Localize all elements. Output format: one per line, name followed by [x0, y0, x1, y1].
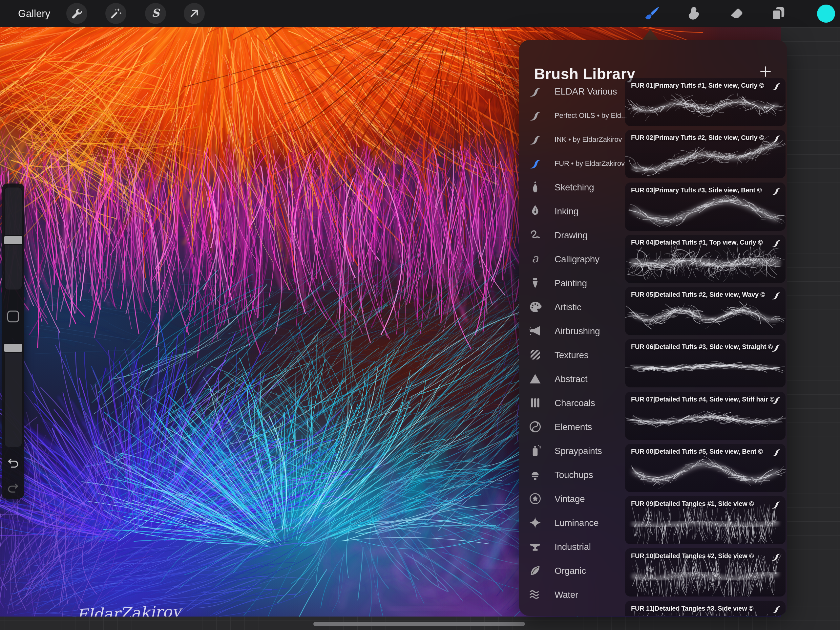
horizontal-scrollbar[interactable] — [313, 622, 525, 626]
category-item-fur-by-eldarzakirov[interactable]: FUR • by EldarZakirov — [519, 151, 625, 175]
category-item-inking[interactable]: Inking — [519, 199, 625, 223]
brush-name: FUR 08|Detailed Tufts #5, Side view, Ben… — [631, 448, 763, 455]
undo-button[interactable] — [6, 456, 21, 469]
category-label: Painting — [554, 271, 587, 295]
category-label: INK • by EldarZakirov — [554, 127, 622, 151]
stroke-icon — [771, 290, 782, 299]
brush-name: FUR 03|Primary Tufts #3, Side view, Bent… — [631, 187, 762, 194]
transform-button[interactable] — [184, 3, 205, 24]
opacity-slider[interactable] — [4, 343, 22, 447]
category-item-water[interactable]: Water — [519, 583, 625, 607]
spraycan-icon — [528, 444, 542, 457]
brush-name: FUR 10|Detailed Tangles #2, Side view © — [631, 552, 754, 560]
pencil-icon — [528, 180, 542, 194]
category-item-organic[interactable]: Organic — [519, 559, 625, 583]
brush-name: FUR 06|Detailed Tufts #3, Side view, Str… — [631, 343, 773, 351]
star-badge-icon — [528, 492, 542, 506]
category-label: Calligraphy — [554, 247, 600, 271]
smudge-icon — [686, 5, 703, 22]
category-item-painting[interactable]: Painting — [519, 271, 625, 295]
redo-button[interactable] — [6, 481, 21, 494]
brush-item-1[interactable]: FUR 01|Primary Tufts #1, Side view, Curl… — [625, 78, 786, 126]
category-label: Spraypaints — [554, 439, 602, 463]
brush-item-6[interactable]: FUR 06|Detailed Tufts #3, Side view, Str… — [625, 339, 786, 388]
brush-name: FUR 09|Detailed Tangles #1, Side view © — [631, 500, 754, 508]
category-item-spraypaints[interactable]: Spraypaints — [519, 439, 625, 463]
category-item-sketching[interactable]: Sketching — [519, 175, 625, 199]
category-item-abstract[interactable]: Abstract — [519, 367, 625, 391]
layers-icon — [770, 5, 787, 22]
category-item-calligraphy[interactable]: aCalligraphy — [519, 247, 625, 271]
category-label: Abstract — [554, 367, 587, 391]
stroke-icon — [528, 132, 542, 146]
triangle-icon — [528, 372, 542, 386]
adjustments-button[interactable] — [105, 3, 126, 24]
category-label: ELDAR Various — [554, 79, 617, 103]
category-item-charcoals[interactable]: Charcoals — [519, 391, 625, 415]
category-item-artistic[interactable]: Artistic — [519, 295, 625, 319]
brush-item-4[interactable]: FUR 04|Detailed Tufts #1, Top view, Curl… — [625, 235, 786, 283]
category-item-vintage[interactable]: Vintage — [519, 487, 625, 511]
modify-button[interactable] — [7, 310, 19, 322]
category-label: Sketching — [554, 175, 594, 199]
category-item-eldar-various[interactable]: ELDAR Various — [519, 79, 625, 103]
layers-tool-button[interactable] — [770, 5, 787, 22]
side-toolbar — [2, 184, 24, 499]
brush-item-9[interactable]: FUR 09|Detailed Tangles #1, Side view © — [625, 496, 786, 544]
element-icon — [528, 420, 542, 434]
brush-item-11[interactable]: FUR 11|Detailed Tangles #3, Side view © — [625, 601, 786, 616]
brush-item-8[interactable]: FUR 08|Detailed Tufts #5, Side view, Ben… — [625, 444, 786, 492]
erase-tool-button[interactable] — [728, 5, 745, 22]
brush-list: FUR 01|Primary Tufts #1, Side view, Curl… — [625, 40, 787, 616]
paintbrush-icon — [528, 276, 542, 290]
stroke-icon — [528, 108, 542, 122]
brush-item-5[interactable]: FUR 05|Detailed Tufts #2, Side view, Wav… — [625, 287, 786, 335]
selection-s-icon: S — [149, 7, 162, 20]
gallery-button[interactable]: Gallery — [18, 0, 50, 27]
brush-item-10[interactable]: FUR 10|Detailed Tangles #2, Side view © — [625, 548, 786, 597]
category-label: Vintage — [554, 487, 585, 511]
brush-name: FUR 01|Primary Tufts #1, Side view, Curl… — [631, 82, 764, 89]
stroke-icon — [771, 342, 782, 351]
selection-button[interactable]: S — [145, 3, 166, 24]
category-label: Touchups — [554, 463, 593, 487]
airbrush-icon — [528, 324, 542, 338]
stroke-icon — [771, 551, 782, 560]
category-item-luminance[interactable]: Luminance — [519, 511, 625, 535]
category-item-touchups[interactable]: Touchups — [519, 463, 625, 487]
wrench-icon — [70, 7, 83, 20]
stroke-icon — [771, 237, 782, 247]
category-label: Elements — [554, 415, 592, 439]
category-item-elements[interactable]: Elements — [519, 415, 625, 439]
category-item-perfect-oils-by-eld[interactable]: Perfect OILS • by Eld... — [519, 103, 625, 127]
wand-icon — [109, 7, 122, 20]
actions-button[interactable] — [66, 3, 87, 24]
smudge-tool-button[interactable] — [686, 5, 703, 22]
opacity-handle[interactable] — [3, 343, 23, 353]
category-label: Water — [554, 583, 578, 607]
eraser-icon — [728, 5, 745, 22]
brush-name: FUR 04|Detailed Tufts #1, Top view, Curl… — [631, 239, 763, 246]
color-swatch[interactable] — [817, 5, 835, 23]
category-item-textures[interactable]: Textures — [519, 343, 625, 367]
paint-tool-button[interactable] — [644, 5, 661, 22]
brush-item-7[interactable]: FUR 07|Detailed Tufts #4, Side view, Sti… — [625, 392, 786, 440]
procreate-screen: http://EldarZakirov.com Artist • Illustr… — [0, 0, 840, 630]
brush-item-3[interactable]: FUR 03|Primary Tufts #3, Side view, Bent… — [625, 182, 786, 231]
stroke-icon — [771, 603, 782, 613]
letter-a-icon: a — [528, 252, 542, 266]
category-item-industrial[interactable]: Industrial — [519, 535, 625, 559]
brush-name: FUR 05|Detailed Tufts #2, Side view, Wav… — [631, 291, 765, 298]
category-item-ink-by-eldarzakirov[interactable]: INK • by EldarZakirov — [519, 127, 625, 151]
stroke-icon — [528, 156, 542, 170]
stroke-icon — [771, 394, 782, 404]
category-label: Artistic — [554, 295, 581, 319]
bars-icon — [528, 396, 542, 410]
svg-text:S: S — [152, 7, 161, 19]
brush-item-2[interactable]: FUR 02|Primary Tufts #2, Side view, Curl… — [625, 130, 786, 178]
stroke-icon — [771, 185, 782, 194]
brush-name: FUR 11|Detailed Tangles #3, Side view © — [631, 605, 753, 612]
category-item-drawing[interactable]: Drawing — [519, 223, 625, 247]
brush-size-handle[interactable] — [3, 235, 23, 245]
category-item-airbrushing[interactable]: Airbrushing — [519, 319, 625, 343]
